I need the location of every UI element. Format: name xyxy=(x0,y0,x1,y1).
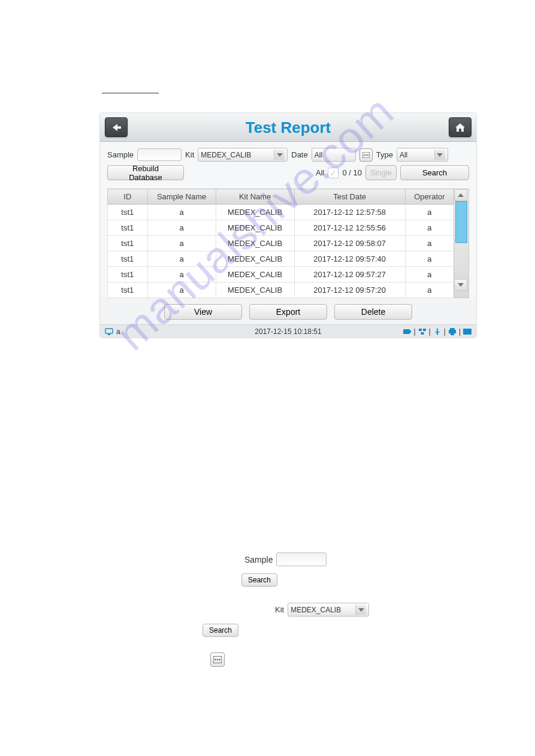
col-id: ID xyxy=(108,189,148,205)
svg-rect-4 xyxy=(105,329,113,333)
status-user: a xyxy=(116,327,120,336)
col-operator: Operator xyxy=(405,189,454,205)
col-kit-name: Kit Name xyxy=(216,189,294,205)
status-bar: a 2017-12-15 10:18:51 | | | | xyxy=(100,324,476,338)
status-right: | | | | xyxy=(403,327,472,336)
svg-rect-8 xyxy=(419,329,422,331)
network-icon xyxy=(418,328,427,335)
selection-counter: 0 / 10 xyxy=(342,168,362,177)
fragment-search-button-2[interactable]: Search xyxy=(202,624,238,637)
filter-panel: Sample Kit MEDEX_CALIB Date All Type All xyxy=(100,142,476,189)
table-row[interactable]: tst1aMEDEX_CALIB2017-12-12 12:57:58a xyxy=(108,205,469,220)
fragment-search-1: Search xyxy=(241,573,277,587)
view-button[interactable]: View xyxy=(164,304,242,320)
svg-rect-6 xyxy=(403,329,410,334)
page-title: Test Report xyxy=(246,120,331,135)
title-bar: Test Report xyxy=(100,113,476,142)
table-row[interactable]: tst1aMEDEX_CALIB2017-12-12 09:57:20a xyxy=(108,283,469,298)
chevron-down-icon xyxy=(458,283,464,287)
filter-row-2: Rebuild Database All ✓ 0 / 10 Single Sea… xyxy=(107,165,469,180)
svg-rect-7 xyxy=(410,330,411,333)
export-button[interactable]: Export xyxy=(249,304,327,320)
scroll-column xyxy=(454,189,469,298)
all-checkbox[interactable]: ✓ xyxy=(328,168,338,178)
usb-icon xyxy=(433,328,442,335)
filter-row-1: Sample Kit MEDEX_CALIB Date All Type All xyxy=(107,148,469,162)
single-button: Single xyxy=(365,165,397,180)
table-row[interactable]: tst1aMEDEX_CALIB2017-12-12 09:58:07a xyxy=(108,236,469,251)
fragment-date-picker-button[interactable] xyxy=(210,652,225,667)
monitor-icon xyxy=(105,328,113,335)
sample-label: Sample xyxy=(107,150,134,159)
results-table-wrap: ID Sample Name Kit Name Test Date Operat… xyxy=(100,189,476,298)
kit-label: Kit xyxy=(185,150,194,159)
fragment-search-2: Search xyxy=(202,624,238,637)
back-button[interactable] xyxy=(105,117,128,137)
svg-point-19 xyxy=(219,659,220,660)
sample-input[interactable] xyxy=(137,148,182,161)
svg-point-11 xyxy=(436,333,438,335)
results-table: ID Sample Name Kit Name Test Date Operat… xyxy=(107,189,469,298)
col-sample-name: Sample Name xyxy=(147,189,216,205)
printer-icon xyxy=(448,328,457,335)
fragment-sample-input[interactable] xyxy=(276,552,327,566)
rebuild-database-button[interactable]: Rebuild Database xyxy=(107,165,184,180)
type-select[interactable]: All xyxy=(397,148,448,162)
all-label: All xyxy=(316,168,324,177)
svg-point-3 xyxy=(367,154,368,156)
svg-point-1 xyxy=(364,154,365,156)
table-row[interactable]: tst1aMEDEX_CALIB2017-12-12 09:57:40a xyxy=(108,251,469,267)
svg-point-2 xyxy=(365,154,367,156)
section-underline xyxy=(102,93,159,93)
svg-point-17 xyxy=(214,659,216,660)
chevron-up-icon xyxy=(458,193,464,197)
battery-icon xyxy=(403,328,412,335)
keyboard-icon xyxy=(463,328,471,335)
fragment-search-button-1[interactable]: Search xyxy=(241,573,277,587)
type-label: Type xyxy=(376,150,393,159)
action-row: View Export Delete xyxy=(100,298,476,324)
fragment-kit-value: MEDEX_CALIB xyxy=(291,606,341,614)
home-button[interactable] xyxy=(449,117,471,137)
scroll-thumb[interactable] xyxy=(455,201,467,243)
chevron-down-icon xyxy=(355,605,366,615)
scroll-up-button[interactable] xyxy=(454,189,467,201)
arrow-left-icon xyxy=(110,123,122,132)
status-left: a xyxy=(105,327,120,336)
check-icon: ✓ xyxy=(330,168,337,178)
ellipsis-icon xyxy=(213,656,222,663)
chevron-down-icon xyxy=(434,150,445,160)
table-row[interactable]: tst1aMEDEX_CALIB2017-12-12 09:57:27a xyxy=(108,267,469,283)
kit-select-value: MEDEX_CALIB xyxy=(201,151,251,159)
home-icon xyxy=(454,122,466,133)
svg-rect-10 xyxy=(421,332,424,335)
fragment-date xyxy=(210,652,225,667)
svg-rect-9 xyxy=(423,329,426,331)
col-test-date: Test Date xyxy=(294,189,405,205)
table-header-row: ID Sample Name Kit Name Test Date Operat… xyxy=(108,189,469,205)
svg-rect-5 xyxy=(108,334,110,335)
svg-point-18 xyxy=(217,659,218,660)
status-datetime: 2017-12-15 10:18:51 xyxy=(255,327,321,336)
date-value: All xyxy=(315,151,322,159)
date-label: Date xyxy=(291,150,307,159)
date-picker-button[interactable] xyxy=(359,148,373,162)
search-button[interactable]: Search xyxy=(400,165,469,180)
fragment-sample-label: Sample xyxy=(244,555,273,564)
table-row[interactable]: tst1aMEDEX_CALIB2017-12-12 12:55:56a xyxy=(108,220,469,236)
svg-rect-12 xyxy=(450,328,455,330)
scroll-down-button[interactable] xyxy=(454,279,467,291)
type-select-value: All xyxy=(400,151,407,159)
ellipsis-icon xyxy=(362,152,370,158)
svg-rect-15 xyxy=(463,329,471,335)
delete-button[interactable]: Delete xyxy=(334,304,412,320)
chevron-down-icon xyxy=(274,150,285,160)
kit-select[interactable]: MEDEX_CALIB xyxy=(198,148,288,162)
fragment-kit: Kit MEDEX_CALIB xyxy=(275,603,369,617)
fragment-kit-label: Kit xyxy=(275,605,284,614)
fragment-sample: Sample xyxy=(244,552,327,566)
app-window: Test Report Sample Kit MEDEX_CALIB Date … xyxy=(99,113,477,338)
date-field[interactable]: All xyxy=(312,148,356,162)
fragment-kit-select[interactable]: MEDEX_CALIB xyxy=(288,603,369,617)
svg-rect-14 xyxy=(451,333,454,335)
